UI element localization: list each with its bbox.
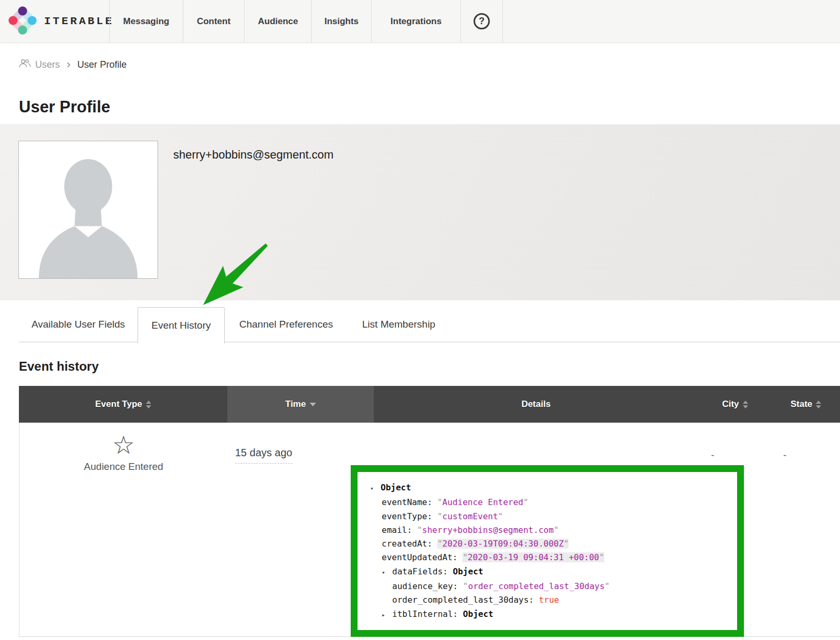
json-object-label: Object (453, 566, 484, 576)
nav-item-integrations[interactable]: Integrations (371, 0, 460, 43)
json-object-label: Object (463, 609, 494, 619)
json-tree: ▾ObjecteventName: "Audience Entered"even… (358, 472, 737, 622)
json-line: eventName: "Audience Entered" (370, 496, 737, 509)
tab-channel-preferences[interactable]: Channel Preferences (234, 307, 339, 342)
page-title: User Profile (19, 98, 110, 117)
avatar-silhouette-icon (19, 141, 158, 278)
section-heading: Event history (19, 359, 99, 374)
json-key: dataFields: (392, 566, 453, 576)
event-type-label: Audience Entered (84, 461, 163, 473)
column-header-time[interactable]: Time (227, 386, 374, 423)
json-line: eventType: "customEvent" (370, 510, 737, 523)
json-string-value: "order_completed_last_30days" (463, 581, 610, 591)
json-key: email: (382, 525, 417, 535)
json-string-value: "2020-03-19T09:04:30.000Z" (437, 539, 569, 549)
nav-item-audience[interactable]: Audience (244, 0, 311, 43)
cell-state: - (772, 423, 840, 636)
json-key: createdAt: (382, 539, 437, 549)
breadcrumb: Users › User Profile (19, 59, 127, 70)
json-string-value: "sherry+bobbins@segment.com" (417, 525, 559, 535)
tab-available-user-fields[interactable]: Available User Fields (19, 307, 138, 342)
annotation-highlight-box: ▾ObjecteventName: "Audience Entered"even… (351, 465, 744, 637)
cell-event-type: ☆ Audience Entered (19, 423, 228, 636)
help-button[interactable]: ? (460, 0, 503, 43)
expand-toggle-icon[interactable]: ▸ (382, 608, 392, 622)
help-icon: ? (474, 13, 490, 29)
json-line: ▾Object (370, 481, 737, 496)
nav-item-insights[interactable]: Insights (311, 0, 371, 43)
json-line: ▸itblInternal: Object (370, 607, 737, 622)
json-bool-value: true (539, 595, 559, 605)
collapse-toggle-icon[interactable]: ▾ (382, 566, 392, 580)
profile-header: sherry+bobbins@segment.com (0, 124, 840, 300)
column-label: Event Type (95, 399, 142, 410)
avatar (18, 141, 158, 279)
column-label: Time (285, 399, 306, 410)
breadcrumb-users-link[interactable]: Users (19, 59, 60, 70)
json-string-value: "Audience Entered" (437, 497, 528, 507)
relative-time[interactable]: 15 days ago (235, 447, 292, 464)
json-line: email: "sherry+bobbins@segment.com" (370, 523, 737, 537)
star-outline-icon[interactable]: ☆ (112, 431, 135, 459)
user-email: sherry+bobbins@segment.com (173, 148, 333, 162)
sort-icon (743, 401, 748, 408)
json-key: eventType: (382, 511, 437, 521)
json-line: order_completed_last_30days: true (370, 593, 737, 607)
nav-item-content[interactable]: Content (183, 0, 244, 43)
column-label: Details (521, 399, 551, 410)
iterable-logo-icon (7, 5, 38, 38)
column-label: State (791, 399, 813, 410)
sort-desc-icon (310, 403, 316, 406)
users-icon (19, 59, 31, 70)
sort-icon (816, 401, 821, 408)
json-object-label: Object (381, 482, 411, 492)
json-line: createdAt: "2020-03-19T09:04:30.000Z" (370, 537, 737, 551)
column-header-city[interactable]: City (698, 386, 772, 423)
iterable-logo[interactable]: ITERABLE (0, 0, 109, 43)
json-string-value: "customEvent" (437, 511, 503, 521)
json-line: ▾dataFields: Object (370, 565, 737, 580)
column-label: City (722, 399, 739, 410)
event-table-header: Event Type Time Details City State (19, 386, 840, 423)
nav-item-messaging[interactable]: Messaging (109, 0, 183, 43)
column-header-event-type[interactable]: Event Type (19, 386, 227, 423)
json-line: eventUpdatedAt: "2020-03-19 09:04:31 +00… (370, 551, 737, 564)
json-key: eventUpdatedAt: (382, 552, 463, 562)
top-nav: ITERABLE Messaging Content Audience Insi… (0, 0, 840, 43)
column-header-state[interactable]: State (772, 386, 840, 423)
json-string-value: "2020-03-19 09:04:31 +00:00" (463, 552, 604, 562)
json-key: eventName: (382, 497, 437, 507)
profile-tabs: Available User Fields Event History Chan… (0, 307, 840, 344)
sort-icon (146, 401, 151, 408)
json-key: order_completed_last_30days: (392, 595, 539, 605)
breadcrumb-current: User Profile (77, 59, 127, 70)
json-key: itblInternal: (392, 609, 463, 619)
breadcrumb-users-label: Users (35, 59, 60, 70)
tab-event-history[interactable]: Event History (138, 307, 225, 343)
column-header-details[interactable]: Details (374, 386, 698, 423)
json-line: audience_key: "order_completed_last_30da… (370, 580, 737, 593)
chevron-right-icon: › (67, 59, 70, 70)
collapse-toggle-icon[interactable]: ▾ (370, 482, 381, 496)
json-key: audience_key: (392, 581, 463, 591)
tab-list-membership[interactable]: List Membership (353, 307, 445, 342)
brand-wordmark: ITERABLE (44, 15, 114, 27)
